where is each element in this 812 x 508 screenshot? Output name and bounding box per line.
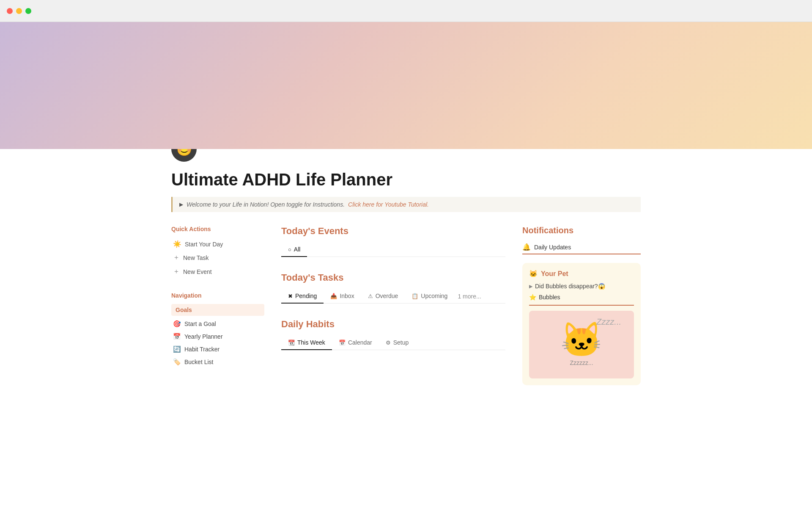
- overdue-tab[interactable]: ⚠ Overdue: [361, 289, 405, 304]
- sidebar: Quick Actions ☀️ Start Your Day ＋ New Ta…: [171, 226, 264, 368]
- pet-name: Bubbles: [539, 294, 560, 301]
- upcoming-label: Upcoming: [421, 293, 447, 299]
- quick-actions-section: Quick Actions ☀️ Start Your Day ＋ New Ta…: [171, 226, 264, 279]
- info-bar: ▶ Welcome to your Life in Notion! Open t…: [171, 197, 641, 212]
- todays-events-title: Today's Events: [281, 226, 505, 237]
- setup-label: Setup: [393, 339, 409, 346]
- info-bar-text: Welcome to your Life in Notion! Open tog…: [187, 201, 345, 208]
- inbox-tab[interactable]: 📥 Inbox: [324, 289, 361, 304]
- your-pet-label: Your Pet: [541, 270, 568, 278]
- x-circle-icon: ✖: [288, 293, 293, 299]
- star-icon: ⭐: [529, 294, 536, 301]
- pet-card: 🐱 Your Pet ▶ Did Bubbles disappear?😱 ⭐ B…: [522, 263, 641, 385]
- page-content: 😊 Ultimate ADHD Life Planner ▶ Welcome t…: [131, 136, 681, 385]
- circle-icon: ○: [288, 246, 291, 253]
- notifications-section: Notifications 🔔 Daily Updates: [522, 226, 641, 254]
- navigation-section: Navigation Goals 🎯 Start a Goal 📅 Yearly…: [171, 292, 264, 368]
- bucket-list-label: Bucket List: [184, 359, 213, 365]
- habit-tracker-nav[interactable]: 🔄 Habit Tracker: [171, 343, 264, 356]
- pending-label: Pending: [295, 293, 317, 299]
- target-icon: 🎯: [173, 320, 181, 328]
- pending-tab[interactable]: ✖ Pending: [281, 289, 324, 304]
- bell-icon: 🔔: [522, 243, 531, 251]
- daily-habits-tab-bar: 📆 This Week 📅 Calendar ⚙ Setup: [281, 336, 505, 350]
- inbox-label: Inbox: [340, 293, 354, 299]
- yearly-planner-label: Yearly Planner: [184, 333, 223, 340]
- todays-tasks-section: Today's Tasks ✖ Pending 📥 Inbox ⚠ Overdu…: [281, 272, 505, 304]
- tag-icon: 🏷️: [173, 358, 181, 366]
- overdue-label: Overdue: [376, 293, 398, 299]
- calendar-tab-icon: 📅: [339, 340, 346, 346]
- todays-events-all-tab[interactable]: ○ All: [281, 243, 307, 257]
- this-week-icon: 📆: [288, 340, 295, 346]
- yearly-planner-nav[interactable]: 📅 Yearly Planner: [171, 330, 264, 343]
- youtube-tutorial-link[interactable]: Click here for Youtube Tutorial.: [348, 201, 429, 208]
- calendar-tab[interactable]: 📅 Calendar: [332, 336, 379, 350]
- warning-icon: ⚠: [368, 293, 373, 299]
- sleeping-cat-image: 🐱: [560, 323, 603, 357]
- start-a-goal-label: Start a Goal: [184, 320, 216, 327]
- new-event-action[interactable]: ＋ New Event: [171, 265, 264, 279]
- pet-image-area: Zzzz... 🐱 Zzzzzz...: [529, 311, 634, 378]
- snore-text: Zzzzzz...: [570, 359, 593, 366]
- inbox-icon: 📥: [330, 293, 337, 299]
- this-week-tab[interactable]: 📆 This Week: [281, 336, 332, 350]
- refresh-icon: 🔄: [173, 345, 181, 353]
- todays-events-tab-bar: ○ All: [281, 243, 505, 257]
- more-tabs[interactable]: 1 more...: [454, 290, 484, 303]
- minimize-button[interactable]: [16, 8, 22, 14]
- start-your-day-action[interactable]: ☀️ Start Your Day: [171, 237, 264, 251]
- daily-habits-section: Daily Habits 📆 This Week 📅 Calendar ⚙ Se…: [281, 319, 505, 350]
- todays-events-section: Today's Events ○ All: [281, 226, 505, 257]
- setup-tab[interactable]: ⚙ Setup: [379, 336, 416, 350]
- gear-icon: ⚙: [386, 340, 391, 346]
- bucket-list-nav[interactable]: 🏷️ Bucket List: [171, 356, 264, 368]
- new-task-action[interactable]: ＋ New Task: [171, 251, 264, 265]
- zzz-text: Zzzz...: [596, 317, 621, 327]
- sun-icon: ☀️: [173, 240, 181, 248]
- pet-toggle[interactable]: ▶ Did Bubbles disappear?😱: [529, 283, 634, 290]
- three-col-layout: Quick Actions ☀️ Start Your Day ＋ New Ta…: [171, 226, 641, 385]
- todays-tasks-tab-bar: ✖ Pending 📥 Inbox ⚠ Overdue 📋 Upcoming: [281, 289, 505, 304]
- quick-actions-title: Quick Actions: [171, 226, 264, 232]
- plus-task-icon: ＋: [173, 253, 180, 262]
- new-task-label: New Task: [183, 254, 208, 261]
- page-title: Ultimate ADHD Life Planner: [171, 170, 641, 189]
- close-button[interactable]: [7, 8, 13, 14]
- right-panel: Notifications 🔔 Daily Updates 🐱 Your Pet…: [522, 226, 641, 385]
- daily-habits-title: Daily Habits: [281, 319, 505, 330]
- daily-updates-notif[interactable]: 🔔 Daily Updates: [522, 240, 641, 254]
- titlebar: [0, 0, 812, 22]
- this-week-label: This Week: [297, 339, 325, 346]
- todays-tasks-title: Today's Tasks: [281, 272, 505, 283]
- pet-card-title: 🐱 Your Pet: [529, 270, 634, 278]
- new-event-label: New Event: [183, 268, 212, 275]
- cat-face-icon: 🐱: [529, 270, 538, 278]
- start-your-day-label: Start Your Day: [185, 241, 223, 248]
- pet-name-row: ⭐ Bubbles: [529, 294, 634, 306]
- calendar-icon: 📅: [173, 333, 181, 340]
- pet-toggle-text: Did Bubbles disappear?😱: [535, 283, 605, 290]
- plus-event-icon: ＋: [173, 267, 180, 276]
- calendar-label: Calendar: [348, 339, 372, 346]
- all-tab-label: All: [294, 246, 301, 253]
- daily-updates-label: Daily Updates: [534, 244, 571, 251]
- chevron-right-icon: ▶: [529, 284, 532, 289]
- main-content: Today's Events ○ All Today's Tasks ✖ Pen…: [281, 226, 505, 365]
- notifications-title: Notifications: [522, 226, 641, 235]
- navigation-title: Navigation: [171, 292, 264, 299]
- habit-tracker-label: Habit Tracker: [184, 346, 219, 353]
- start-a-goal-nav[interactable]: 🎯 Start a Goal: [171, 318, 264, 330]
- hero-banner: [0, 22, 812, 149]
- maximize-button[interactable]: [25, 8, 31, 14]
- goals-nav-item[interactable]: Goals: [171, 304, 264, 316]
- upcoming-tab[interactable]: 📋 Upcoming: [405, 289, 454, 304]
- clipboard-icon: 📋: [411, 293, 418, 299]
- toggle-arrow-icon[interactable]: ▶: [179, 202, 183, 207]
